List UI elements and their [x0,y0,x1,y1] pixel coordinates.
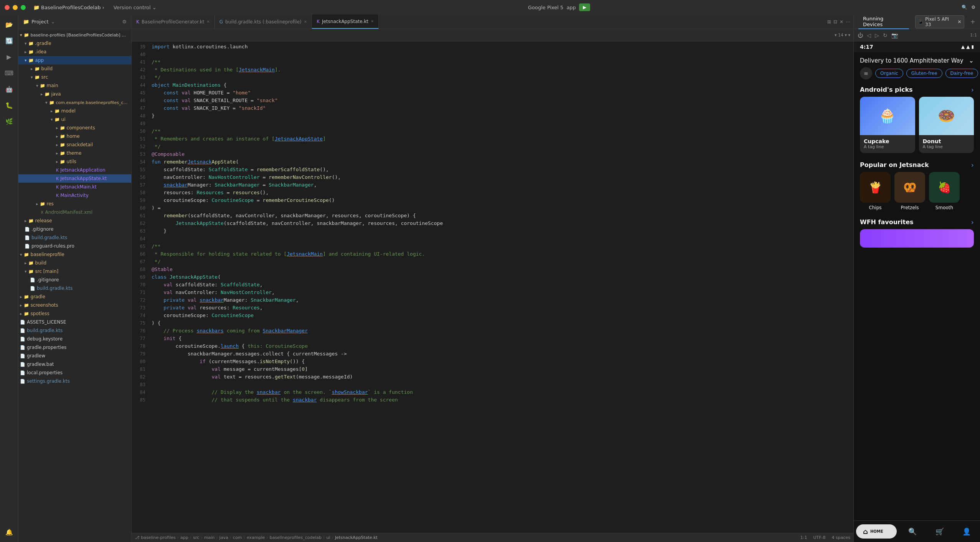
tree-item-root-gradle[interactable]: 📄 build.gradle.kts [18,326,131,335]
project-name[interactable]: 📁 BaselineProfilesCodelab › [33,5,104,10]
tree-item-manifest[interactable]: X AndroidManifest.xml [18,208,131,216]
code-editor[interactable]: import kotlinx.coroutines.launch /** * D… [148,41,853,533]
breadcrumb-main[interactable]: main [204,535,214,540]
split-icon[interactable]: ⊟ [833,19,837,25]
tree-item-main[interactable]: ▾ 📁 main [18,81,131,90]
close-tab-icon[interactable]: ✕ [206,20,210,24]
add-device-icon[interactable]: + [970,18,975,25]
breadcrumb-com[interactable]: com [233,535,242,540]
wfh-arrow-icon[interactable]: › [971,218,974,226]
breadcrumb-ui[interactable]: ui [327,535,330,540]
tree-item-build-gradle[interactable]: 📄 build.gradle.kts [18,233,131,242]
tree-item-java[interactable]: ▸ 📁 java [18,90,131,98]
tree-item-spotless[interactable]: ▸ 📁 spotless [18,309,131,318]
minimize-button[interactable] [13,5,18,10]
tree-item-bp-src[interactable]: ▾ 📁 src [main] [18,267,131,276]
tree-item-src[interactable]: ▾ 📁 src [18,73,131,81]
nav-search[interactable]: 🔍 [899,527,926,535]
tree-item-gradle-properties[interactable]: 📄 gradle.properties [18,343,131,352]
tree-item-utils[interactable]: ▸ 📁 utils [18,157,131,166]
tree-item-gradlew[interactable]: 📄 gradlew [18,352,131,360]
organic-chip[interactable]: Organic [875,69,903,78]
tree-item-model[interactable]: ▸ 📁 model [18,107,131,115]
donut-card[interactable]: 🍩 Donut A tag line [919,97,974,153]
tree-item-home[interactable]: ▸ 📁 home [18,132,131,140]
chips-item[interactable]: 🍟 Chips [860,172,891,210]
tree-item-proguard[interactable]: 📄 proguard-rules.pro [18,242,131,250]
device-selector[interactable]: 📱 Pixel 5 API 33 ✕ [915,15,964,28]
tree-item-jetsnack-main[interactable]: K JetsnackMain.kt [18,183,131,191]
tree-item-screenshots[interactable]: ▸ 📁 screenshots [18,301,131,309]
sidebar-debug-icon[interactable]: 🐛 [2,98,16,112]
view-icon[interactable]: ⊞ [827,19,831,25]
tree-item-gradlew-bat[interactable]: 📄 gradlew.bat [18,360,131,368]
search-icon[interactable]: 🔍 [962,5,967,10]
tree-item-baselineprofile-folder[interactable]: ▾ 📁 baselineprofile [18,250,131,259]
version-control[interactable]: Version control ⌄ [114,5,157,10]
tree-item-local-properties[interactable]: 📄 local.properties [18,368,131,377]
cupcake-card[interactable]: 🧁 Cupcake A tag line [860,97,915,153]
close-tab-icon[interactable]: ✕ [304,20,307,24]
tab-jetsnack-state[interactable]: K JetsnackAppState.kt ✕ [312,15,379,29]
tree-item-gradle-folder2[interactable]: ▸ 📁 gradle [18,292,131,301]
tree-item-keystore[interactable]: 📄 debug.keystore [18,335,131,343]
tree-item-jetsnack-state[interactable]: K JetsnackAppState.kt [18,174,131,183]
nav-cart[interactable]: 🛒 [926,527,953,535]
close-all-icon[interactable]: ✕ [840,19,843,25]
tree-item-assets-license[interactable]: 📄 ASSETS_LICENSE [18,318,131,326]
tab-build-gradle[interactable]: G build.gradle.kts (:baselineprofile) ✕ [215,15,312,29]
breadcrumb-java[interactable]: java [219,535,228,540]
close-tab-icon[interactable]: ✕ [371,19,374,23]
tree-item-bp-gitignore[interactable]: 📄 .gitignore [18,276,131,284]
tree-item-idea-folder[interactable]: ▸ 📁 .idea [18,48,131,56]
tree-item-baseline-profiles[interactable]: ▾ 📁 baseline-profiles [BaselineProfilesC… [18,31,131,39]
dairy-free-chip[interactable]: Dairy-free [945,69,978,78]
tree-item-gradle-folder[interactable]: ▾ 📁 .gradle [18,39,131,48]
sidebar-git-icon[interactable]: 🌿 [2,114,16,128]
tree-item-build[interactable]: ▸ 📁 build [18,64,131,73]
nav-profile[interactable]: 👤 [953,527,980,535]
smooth-item[interactable]: 🍓 Smooth [929,172,960,210]
tree-item-release[interactable]: ▸ 📁 release [18,216,131,225]
breadcrumb-codelab[interactable]: baselineprofiles_codelab [270,535,322,540]
filter-menu-icon[interactable]: ≡ [860,67,872,79]
pretzels-item[interactable]: 🥨 Pretzels [894,172,925,210]
gear-icon[interactable]: ⚙ [122,19,127,25]
nav-home[interactable]: ⌂ HOME [856,524,897,539]
editor-content[interactable]: 3940414243 4445464748 4950515253 5455565… [132,41,853,533]
sidebar-notifications-icon[interactable]: 🔔 [2,525,16,539]
delivery-chevron-icon[interactable]: ⌄ [969,57,974,64]
back-button[interactable]: ◁ [866,31,872,39]
app-delivery-header[interactable]: Delivery to 1600 Amphitheater Way ⌄ [854,52,980,67]
tree-item-res[interactable]: ▸ 📁 res [18,200,131,208]
rotate-button[interactable]: ↻ [882,31,888,39]
tab-baseline-generator[interactable]: K BaselineProfileGenerator.kt ✕ [132,15,215,29]
gluten-free-chip[interactable]: Gluten-free [906,69,942,78]
tree-item-jetsnack-app[interactable]: K JetsnackApplication [18,166,131,174]
running-devices-tab[interactable]: Running Devices [858,15,909,29]
plus-icon[interactable]: ✕ [958,19,962,25]
maximize-button[interactable] [21,5,26,10]
breadcrumb-app[interactable]: app [180,535,188,540]
power-button[interactable]: ⏻ [857,31,864,39]
screenshot-button[interactable]: 📷 [891,31,899,39]
tree-item-main-activity[interactable]: K MainActivity [18,191,131,200]
tree-item-com-example[interactable]: ▾ 📁 com.example.baselineprofiles_codel [18,98,131,107]
tree-item-theme[interactable]: ▸ 📁 theme [18,149,131,157]
section-arrow-icon[interactable]: › [971,86,974,94]
tree-item-components[interactable]: ▸ 📁 components [18,124,131,132]
sidebar-android-icon[interactable]: 🤖 [2,82,16,96]
breadcrumb-src[interactable]: src [193,535,199,540]
forward-button[interactable]: ▷ [874,31,880,39]
tree-item-bp-build[interactable]: ▸ 📁 build [18,259,131,267]
breadcrumb-file[interactable]: JetsnackAppState.kt [335,535,378,540]
settings-icon[interactable]: ⚙ [971,5,975,10]
sidebar-terminal-icon[interactable]: ⌨ [2,66,16,80]
tree-item-bp-gradle[interactable]: 📄 build.gradle.kts [18,284,131,292]
run-button[interactable]: ▶ [579,3,590,11]
more-icon[interactable]: ⋯ [846,19,850,25]
sidebar-run-icon[interactable]: ▶ [2,50,16,64]
tree-item-settings-gradle[interactable]: 📄 settings.gradle.kts [18,377,131,385]
sidebar-project-icon[interactable]: 📂 [2,18,16,31]
sidebar-vcs-icon[interactable]: 🔃 [2,34,16,48]
